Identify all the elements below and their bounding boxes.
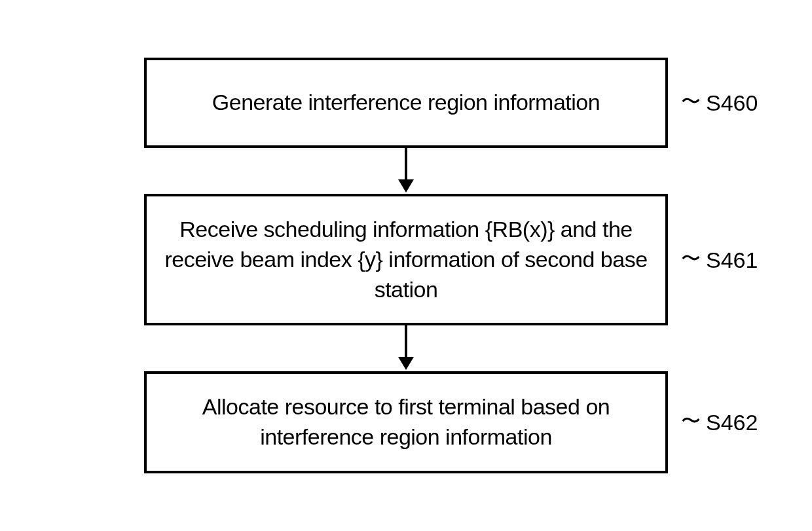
flow-box-1: Receive scheduling information {RB(x)} a… [144, 194, 668, 326]
arrow-connector-1 [398, 325, 414, 371]
step-label-text-0: S460 [706, 90, 758, 115]
flowchart-container: Generate interference region information… [144, 58, 668, 473]
flow-box-text-0: Generate interference region information [212, 90, 600, 115]
flow-box-text-1: Receive scheduling information {RB(x)} a… [164, 217, 647, 302]
step-label-text-2: S462 [706, 410, 758, 435]
arrow-connector-0 [398, 148, 414, 194]
flow-row-1: Receive scheduling information {RB(x)} a… [144, 194, 668, 326]
label-connector-0: 〜 [681, 88, 701, 115]
step-label-1: 〜 S461 [681, 246, 758, 273]
flow-box-0: Generate interference region information [144, 58, 668, 148]
step-label-2: 〜 S462 [681, 409, 758, 436]
step-label-text-1: S461 [706, 247, 758, 272]
flow-row-2: Allocate resource to first terminal base… [144, 371, 668, 473]
arrow-line-0 [405, 148, 407, 181]
flow-row-0: Generate interference region information… [144, 58, 668, 148]
step-label-0: 〜 S460 [681, 89, 758, 116]
arrow-head-1 [398, 357, 414, 370]
arrow-line-1 [405, 325, 407, 358]
flow-box-text-2: Allocate resource to first terminal base… [202, 394, 610, 449]
arrow-head-0 [398, 179, 414, 192]
flow-box-2: Allocate resource to first terminal base… [144, 371, 668, 473]
label-connector-2: 〜 [681, 408, 701, 435]
label-connector-1: 〜 [681, 245, 701, 272]
